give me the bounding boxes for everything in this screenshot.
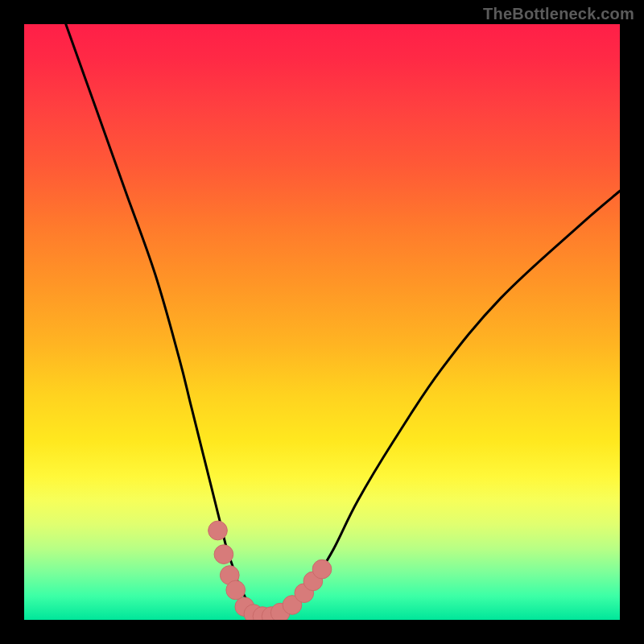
plot-area (24, 24, 620, 620)
chart-frame: TheBottleneck.com (0, 0, 644, 644)
curve-marker (226, 580, 246, 600)
curve-marker (312, 559, 332, 579)
watermark-text: TheBottleneck.com (483, 5, 634, 23)
bottleneck-curve (66, 24, 620, 617)
curve-marker (208, 521, 228, 540)
bottleneck-curve-svg (24, 24, 620, 620)
curve-marker (214, 545, 233, 564)
